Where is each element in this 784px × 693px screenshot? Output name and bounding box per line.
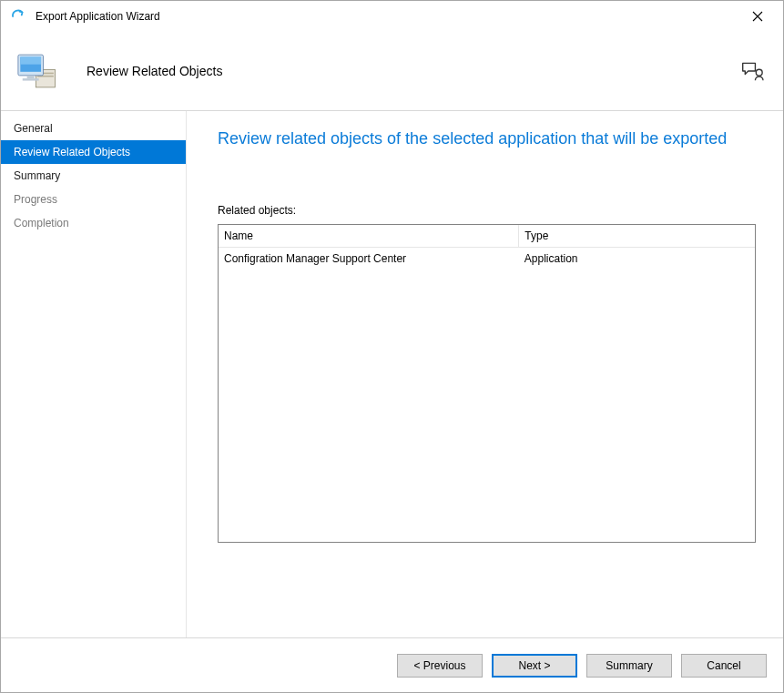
svg-rect-5 — [20, 57, 41, 65]
wizard-body: General Review Related Objects Summary P… — [1, 111, 783, 637]
column-header-type[interactable]: Type — [519, 225, 755, 248]
page-heading: Review related objects of the selected a… — [218, 127, 756, 149]
previous-button[interactable]: < Previous — [397, 654, 483, 678]
cancel-button[interactable]: Cancel — [681, 654, 767, 678]
svg-point-8 — [756, 69, 762, 76]
export-arrow-icon — [10, 8, 26, 25]
step-summary[interactable]: Summary — [1, 164, 186, 188]
column-header-name[interactable]: Name — [219, 225, 519, 248]
step-progress: Progress — [1, 188, 186, 211]
table-row[interactable]: Configration Manager Support Center Appl… — [219, 248, 755, 270]
close-button[interactable] — [738, 3, 778, 30]
window-title: Export Application Wizard — [36, 10, 738, 23]
header-subtitle: Review Related Objects — [87, 64, 739, 78]
wizard-steps-sidebar: General Review Related Objects Summary P… — [1, 111, 187, 637]
computer-icon — [14, 47, 61, 95]
related-objects-list[interactable]: Name Type Configration Manager Support C… — [218, 224, 756, 543]
feedback-icon[interactable] — [739, 60, 765, 82]
cell-name: Configration Manager Support Center — [219, 248, 519, 270]
wizard-header: Review Related Objects — [1, 32, 783, 110]
summary-button[interactable]: Summary — [586, 654, 672, 678]
wizard-content: Review related objects of the selected a… — [187, 111, 783, 637]
titlebar: Export Application Wizard — [1, 1, 783, 32]
svg-rect-6 — [27, 76, 35, 78]
svg-rect-7 — [23, 78, 39, 80]
step-general[interactable]: General — [1, 117, 186, 140]
wizard-footer: < Previous Next > Summary Cancel — [1, 637, 783, 692]
next-button[interactable]: Next > — [492, 654, 577, 678]
cell-type: Application — [519, 248, 755, 270]
step-completion: Completion — [1, 211, 186, 235]
step-review-related-objects[interactable]: Review Related Objects — [1, 140, 186, 164]
close-icon — [752, 11, 763, 22]
related-objects-label: Related objects: — [218, 204, 756, 217]
